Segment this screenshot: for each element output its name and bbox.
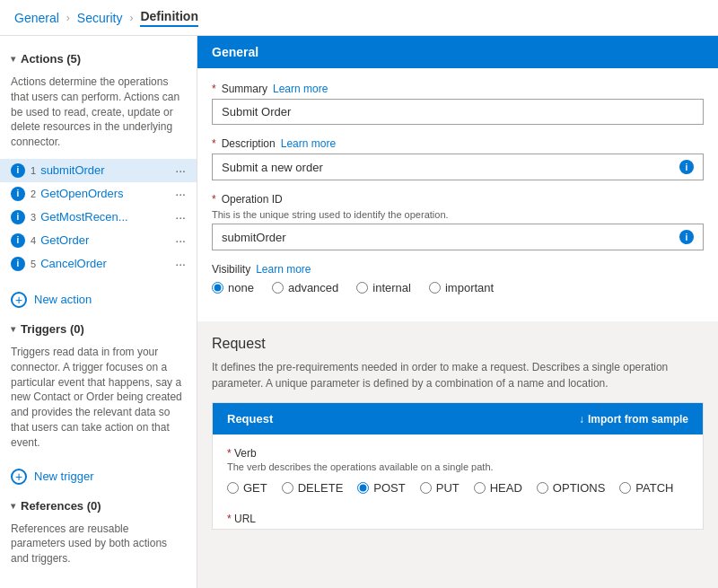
summary-input-wrap xyxy=(212,99,704,125)
action-name-label: GetMostRecen... xyxy=(40,210,171,224)
visibility-advanced-option[interactable]: advanced xyxy=(272,281,338,294)
action-item-submitorder[interactable]: i 1 submitOrder ··· xyxy=(0,159,197,182)
general-form-area: * Summary Learn more * Description Learn… xyxy=(197,68,718,321)
breadcrumb-security[interactable]: Security xyxy=(77,11,123,25)
description-info-icon: i xyxy=(679,160,694,174)
verb-options-row: GET DELETE POST PUT xyxy=(227,481,688,495)
action-num: 2 xyxy=(31,189,36,199)
summary-input[interactable] xyxy=(222,105,694,118)
breadcrumb-general[interactable]: General xyxy=(14,11,59,25)
breadcrumb-sep-2: › xyxy=(129,12,133,24)
action-more-icon[interactable]: ··· xyxy=(175,187,186,201)
verb-get-radio[interactable] xyxy=(227,482,239,494)
url-required: * xyxy=(227,513,232,525)
visibility-label: Visibility Learn more xyxy=(212,263,704,276)
operation-id-input[interactable] xyxy=(222,231,679,244)
new-trigger-label: New trigger xyxy=(34,470,93,483)
verb-patch-radio[interactable] xyxy=(619,482,631,494)
actions-section-header[interactable]: ▾ Actions (5) xyxy=(0,47,197,71)
action-list: i 1 submitOrder ··· i 2 GetOpenOrders ··… xyxy=(0,159,197,283)
visibility-important-label: important xyxy=(445,281,494,294)
request-description: It defines the pre-requirements needed i… xyxy=(212,359,704,391)
operation-id-label-text: Operation ID xyxy=(222,193,283,206)
description-required: * xyxy=(212,137,216,150)
visibility-internal-radio[interactable] xyxy=(356,282,368,294)
triggers-section-header[interactable]: ▾ Triggers (0) xyxy=(0,317,197,341)
visibility-important-radio[interactable] xyxy=(429,282,441,294)
description-label: * Description Learn more xyxy=(212,137,704,150)
summary-learn-more[interactable]: Learn more xyxy=(273,83,328,95)
verb-head-option[interactable]: HEAD xyxy=(474,481,522,495)
action-more-icon[interactable]: ··· xyxy=(175,257,186,271)
description-learn-more[interactable]: Learn more xyxy=(281,137,336,150)
operation-id-required: * xyxy=(212,193,216,206)
verb-head-label: HEAD xyxy=(490,481,522,495)
visibility-advanced-label: advanced xyxy=(288,281,338,294)
verb-head-radio[interactable] xyxy=(474,482,486,494)
verb-get-option[interactable]: GET xyxy=(227,481,267,495)
verb-put-option[interactable]: PUT xyxy=(420,481,460,495)
verb-options-option[interactable]: OPTIONS xyxy=(537,481,606,495)
verb-post-label: POST xyxy=(373,481,405,495)
breadcrumb-sep-1: › xyxy=(66,12,70,24)
visibility-none-option[interactable]: none xyxy=(212,281,254,294)
visibility-important-option[interactable]: important xyxy=(429,281,494,294)
verb-delete-radio[interactable] xyxy=(282,482,293,494)
verb-label-text: Verb xyxy=(234,447,257,460)
action-item-cancelorder[interactable]: i 5 CancelOrder ··· xyxy=(0,252,197,276)
breadcrumb-definition[interactable]: Definition xyxy=(140,9,198,27)
visibility-advanced-radio[interactable] xyxy=(272,282,284,294)
visibility-label-text: Visibility xyxy=(212,263,250,276)
triggers-chevron-icon: ▾ xyxy=(11,324,15,334)
verb-options-radio[interactable] xyxy=(537,482,548,494)
visibility-group: Visibility Learn more none advanced xyxy=(212,263,704,294)
action-name-label: GetOpenOrders xyxy=(40,187,171,200)
action-info-icon: i xyxy=(11,233,25,248)
new-action-button[interactable]: + New action xyxy=(0,286,197,313)
action-info-icon: i xyxy=(11,257,25,271)
verb-put-radio[interactable] xyxy=(420,482,432,494)
verb-put-label: PUT xyxy=(436,481,460,495)
action-item-getorder[interactable]: i 4 GetOrder ··· xyxy=(0,229,197,252)
action-info-icon: i xyxy=(11,187,25,201)
verb-required: * xyxy=(227,447,232,460)
operation-id-info-icon: i xyxy=(679,230,694,244)
summary-group: * Summary Learn more xyxy=(212,83,704,125)
visibility-none-label: none xyxy=(228,281,254,294)
visibility-internal-option[interactable]: internal xyxy=(356,281,411,294)
references-section-header[interactable]: ▾ References (0) xyxy=(0,494,197,518)
operation-id-label: * Operation ID xyxy=(212,193,704,206)
action-more-icon[interactable]: ··· xyxy=(175,210,186,224)
description-input[interactable] xyxy=(222,161,679,174)
verb-label: * Verb xyxy=(227,447,688,460)
action-num: 4 xyxy=(31,235,36,246)
visibility-learn-more[interactable]: Learn more xyxy=(256,263,311,276)
import-from-sample-button[interactable]: ↓ Import from sample xyxy=(579,413,688,426)
main-layout: ▾ Actions (5) Actions determine the oper… xyxy=(0,36,718,588)
action-item-getopenorders[interactable]: i 2 GetOpenOrders ··· xyxy=(0,182,197,206)
general-section: General * Summary Learn more * xyxy=(197,36,718,321)
visibility-internal-label: internal xyxy=(372,281,411,294)
verb-patch-label: PATCH xyxy=(635,481,673,495)
verb-post-option[interactable]: POST xyxy=(357,481,405,495)
visibility-none-radio[interactable] xyxy=(212,282,223,294)
operation-id-desc: This is the unique string used to identi… xyxy=(212,209,704,220)
new-trigger-plus-icon: + xyxy=(11,469,27,485)
new-trigger-button[interactable]: + New trigger xyxy=(0,463,197,490)
summary-label-text: Summary xyxy=(222,83,267,95)
verb-post-radio[interactable] xyxy=(357,482,369,494)
operation-id-input-wrap: i xyxy=(212,224,704,250)
verb-patch-option[interactable]: PATCH xyxy=(619,481,673,495)
verb-options-label: OPTIONS xyxy=(553,481,606,495)
verb-delete-option[interactable]: DELETE xyxy=(282,481,344,495)
visibility-options-row: none advanced internal important xyxy=(212,281,704,294)
action-more-icon[interactable]: ··· xyxy=(175,233,186,248)
action-item-getmostrecen...[interactable]: i 3 GetMostRecen... ··· xyxy=(0,206,197,229)
action-name-label: CancelOrder xyxy=(40,257,171,270)
actions-description: Actions determine the operations that us… xyxy=(0,71,197,159)
summary-required: * xyxy=(212,83,216,95)
actions-chevron-icon: ▾ xyxy=(11,54,15,64)
action-more-icon[interactable]: ··· xyxy=(175,163,186,178)
description-group: * Description Learn more i xyxy=(212,137,704,180)
action-info-icon: i xyxy=(11,163,25,178)
